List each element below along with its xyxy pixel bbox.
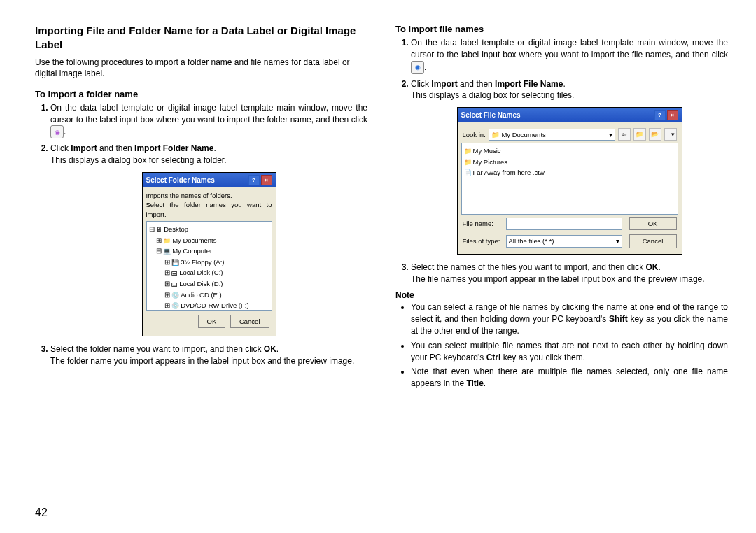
view-icon[interactable]: ☰▾ bbox=[664, 128, 677, 141]
dialog-title: Select File Names bbox=[461, 111, 521, 120]
note-item: You can select a range of file names by … bbox=[411, 301, 728, 336]
help-icon[interactable]: ? bbox=[654, 110, 666, 120]
cancel-button[interactable]: Cancel bbox=[629, 234, 677, 248]
new-folder-icon[interactable]: 📂 bbox=[649, 128, 662, 141]
dialog-titlebar: Select File Names ? × bbox=[458, 108, 682, 122]
file-steps: On the data label template or digital im… bbox=[396, 37, 728, 285]
filetype-select[interactable]: All the files (*.*)▾ bbox=[506, 235, 622, 248]
ok-button[interactable]: OK bbox=[629, 217, 677, 230]
page-number: 42 bbox=[35, 506, 48, 519]
cancel-button[interactable]: Cancel bbox=[230, 315, 270, 328]
filetype-label: Files of type: bbox=[463, 236, 502, 246]
dialog-titlebar: Select Folder Names ? × bbox=[143, 173, 276, 187]
cd-icon bbox=[411, 61, 424, 74]
folder-tree[interactable]: ⊟ 🖥Desktop ⊞ 📁My Documents ⊟ 💻My Compute… bbox=[146, 221, 272, 311]
file-step-2: Click Import and then Import File Name. … bbox=[411, 78, 728, 255]
selected-node: My Computer bbox=[172, 247, 212, 255]
main-heading: Importing File and Folder Name for a Dat… bbox=[35, 24, 368, 52]
folder-step-2: Click Import and then Import Folder Name… bbox=[50, 143, 368, 336]
help-icon[interactable]: ? bbox=[248, 175, 260, 185]
note-block: Note You can select a range of file name… bbox=[396, 290, 728, 390]
lookin-combo[interactable]: 📁 My Documents▾ bbox=[489, 129, 615, 141]
up-folder-icon[interactable]: 📁 bbox=[634, 128, 646, 141]
file-list[interactable]: 📁My Music 📁My Pictures 📄Far Away from he… bbox=[461, 143, 678, 215]
section-heading-file: To import file names bbox=[396, 24, 728, 34]
note-item: Note that even when there are multiple f… bbox=[411, 366, 728, 390]
right-column: To import file names On the data label t… bbox=[396, 24, 728, 519]
file-step-3: Select the names of the files you want t… bbox=[411, 262, 728, 285]
ok-button[interactable]: OK bbox=[198, 315, 226, 328]
folder-step-1: On the data label template or digital im… bbox=[50, 102, 368, 139]
folder-step-3: Select the folder name you want to impor… bbox=[50, 343, 368, 367]
cd-icon bbox=[50, 125, 64, 138]
select-folder-dialog: Select Folder Names ? × Imports the name… bbox=[142, 172, 276, 336]
filename-input[interactable] bbox=[506, 218, 622, 230]
filename-label: File name: bbox=[463, 219, 502, 228]
left-column: Importing File and Folder Name for a Dat… bbox=[35, 24, 368, 519]
close-icon[interactable]: × bbox=[261, 175, 272, 185]
close-icon[interactable]: × bbox=[667, 110, 678, 120]
note-heading: Note bbox=[396, 290, 728, 300]
dialog-title: Select Folder Names bbox=[146, 176, 215, 185]
up-icon[interactable]: ⇦ bbox=[618, 128, 631, 141]
note-item: You can select multiple file names that … bbox=[411, 340, 728, 364]
intro-text: Use the following procedures to import a… bbox=[35, 57, 368, 79]
file-step-1: On the data label template or digital im… bbox=[411, 37, 728, 74]
section-heading-folder: To import a folder name bbox=[35, 89, 368, 99]
folder-steps: On the data label template or digital im… bbox=[35, 102, 368, 367]
lookin-label: Look in: bbox=[463, 130, 486, 139]
select-file-dialog: Select File Names ? × Look in: 📁 My Docu… bbox=[457, 107, 682, 255]
